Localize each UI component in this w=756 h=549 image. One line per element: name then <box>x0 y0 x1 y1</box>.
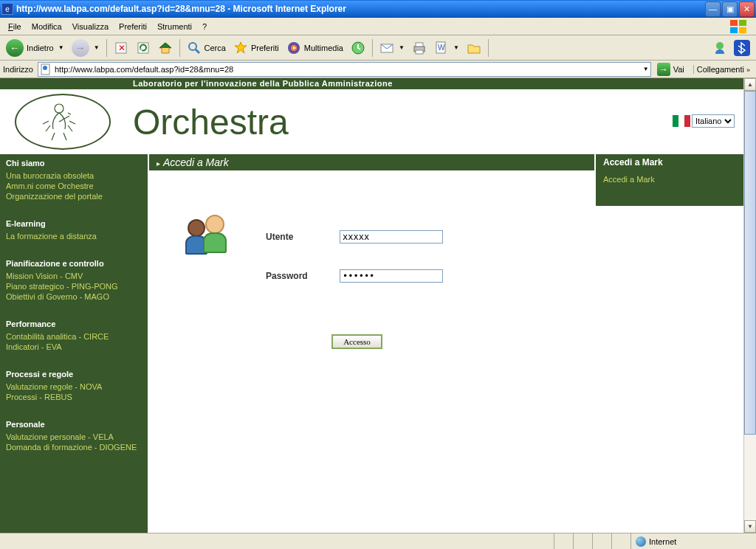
search-button[interactable]: Cerca <box>184 39 229 57</box>
media-icon <box>286 41 301 55</box>
back-arrow-icon: ← <box>6 39 24 57</box>
scroll-thumb[interactable] <box>744 91 756 435</box>
nav-link[interactable]: Organizzazione del portale <box>0 191 148 201</box>
address-dropdown[interactable]: ▼ <box>642 66 649 72</box>
vertical-scrollbar[interactable]: ▲ ▼ <box>743 78 756 533</box>
bluetooth-button[interactable] <box>731 38 753 58</box>
svg-point-7 <box>189 43 196 50</box>
svg-point-21 <box>55 104 63 113</box>
links-menu[interactable]: Collegamenti » <box>693 65 753 74</box>
nav-link[interactable]: La formazione a distanza <box>0 231 148 241</box>
page-viewport: Laboratorio per l'innovazione della Pubb… <box>0 78 756 533</box>
menu-help[interactable]: ? <box>197 21 212 32</box>
mail-button[interactable]: ▼ <box>377 39 408 57</box>
svg-point-20 <box>43 66 47 70</box>
nav-link[interactable]: Amm.ni come Orchestre <box>0 181 148 191</box>
star-icon <box>233 41 248 55</box>
menu-edit[interactable]: Modifica <box>27 21 67 32</box>
svg-rect-2 <box>730 27 738 33</box>
stop-button[interactable]: ✕ <box>111 39 131 57</box>
right-heading: Accedi a Mark <box>596 154 743 170</box>
nav-heading: Chi siamo <box>0 154 148 170</box>
history-icon <box>351 41 365 55</box>
username-input[interactable] <box>340 230 443 244</box>
go-button[interactable]: → Vai <box>654 63 687 76</box>
discuss-button[interactable] <box>464 39 484 57</box>
nav-link[interactable]: Una burocrazia obsoleta <box>0 170 148 181</box>
forward-arrow-icon: → <box>72 39 89 57</box>
security-icon <box>611 534 630 549</box>
home-icon <box>158 41 173 55</box>
page-icon <box>40 63 52 75</box>
right-sidebar: Accedi a Mark Accedi a Mark <box>596 154 743 533</box>
address-label: Indirizzo <box>3 65 35 74</box>
nav-heading: E-learning <box>0 215 148 231</box>
nav-link[interactable]: Piano strategico - PING-PONG <box>0 281 148 291</box>
toolbar: ← Indietro ▼ → ▼ ✕ Cerca Preferiti Multi… <box>0 35 756 61</box>
status-text <box>0 534 554 549</box>
users-icon <box>185 215 236 259</box>
history-button[interactable] <box>348 39 368 57</box>
nav-link[interactable]: Contabilità analitica - CIRCE <box>0 331 148 342</box>
minimize-button[interactable]: — <box>705 1 721 17</box>
favorites-button[interactable]: Preferiti <box>230 39 282 57</box>
nav-heading: Pianificazione e controllo <box>0 255 148 271</box>
print-button[interactable] <box>409 39 430 57</box>
language-select[interactable]: Italiano <box>692 114 735 128</box>
print-icon <box>412 41 427 55</box>
svg-line-8 <box>196 49 199 53</box>
nav-link[interactable]: Valutazione personale - VELA <box>0 432 148 442</box>
left-navigation: Chi siamoUna burocrazia obsoletaAmm.ni c… <box>0 154 148 533</box>
svg-point-18 <box>716 42 724 49</box>
menu-tools[interactable]: Strumenti <box>152 21 197 32</box>
menu-favorites[interactable]: Preferiti <box>114 21 152 32</box>
edit-button[interactable]: W▼ <box>431 39 462 57</box>
svg-rect-1 <box>739 20 746 26</box>
scroll-down-button[interactable]: ▼ <box>744 520 756 533</box>
forward-button[interactable]: → ▼ <box>69 38 103 58</box>
banner: Orchestra Italiano <box>0 89 743 154</box>
nav-link[interactable]: Obiettivi di Governo - MAGO <box>0 291 148 302</box>
bluetooth-icon <box>734 40 750 56</box>
status-bar: Internet <box>0 533 756 549</box>
folder-icon <box>467 41 481 55</box>
address-input[interactable] <box>55 65 642 74</box>
menu-file[interactable]: File <box>3 21 27 32</box>
nav-link[interactable]: Valutazione regole - NOVA <box>0 381 148 392</box>
media-button[interactable]: Multimedia <box>284 39 346 57</box>
language-selector[interactable]: Italiano <box>673 114 735 128</box>
tagline: Laboratorio per l'innovazione della Pubb… <box>0 78 743 89</box>
right-link-accedi[interactable]: Accedi a Mark <box>603 175 655 184</box>
scroll-up-button[interactable]: ▲ <box>744 78 756 91</box>
password-input[interactable] <box>340 269 443 283</box>
menu-view[interactable]: Visualizza <box>67 21 114 32</box>
address-input-container[interactable]: ▼ <box>38 62 651 77</box>
maximize-button[interactable]: ▣ <box>722 1 738 17</box>
home-button[interactable] <box>155 39 176 57</box>
refresh-button[interactable] <box>133 39 154 57</box>
nav-link[interactable]: Domanda di formazione - DIOGENE <box>0 442 148 452</box>
close-button[interactable]: ✕ <box>739 1 755 17</box>
window-title: http://www.labpa.com/default.asp?id=28&m… <box>16 4 705 14</box>
svg-rect-15 <box>416 50 423 54</box>
svg-text:✕: ✕ <box>118 43 126 53</box>
nav-link[interactable]: Mission Vision - CMV <box>0 271 148 281</box>
nav-heading: Performance <box>0 315 148 331</box>
login-title: Accedi a Mark <box>149 154 594 170</box>
address-bar: Indirizzo ▼ → Vai Collegamenti » <box>0 61 756 78</box>
ie-icon: e <box>1 3 13 15</box>
login-submit-button[interactable]: Accesso <box>331 334 382 349</box>
go-arrow-icon: → <box>657 63 670 76</box>
brand-name: Orchestra <box>133 102 289 142</box>
logo <box>15 94 111 150</box>
menu-bar: File Modifica Visualizza Preferiti Strum… <box>0 18 756 35</box>
flag-it-icon <box>673 115 690 127</box>
svg-rect-3 <box>739 27 746 33</box>
messenger-icon <box>712 41 726 55</box>
back-button[interactable]: ← Indietro ▼ <box>3 38 67 58</box>
nav-link[interactable]: Indicatori - EVA <box>0 342 148 352</box>
zone-indicator: Internet <box>630 534 756 549</box>
messenger-button[interactable] <box>709 39 729 57</box>
nav-link[interactable]: Processi - REBUS <box>0 392 148 402</box>
windows-flag-icon <box>725 19 753 34</box>
